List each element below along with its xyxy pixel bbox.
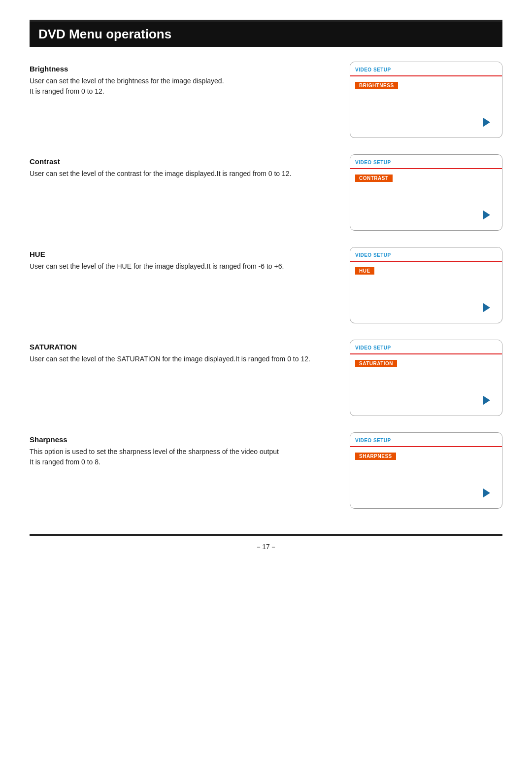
section-desc-saturation: User can set the level of the SATURATION… — [30, 354, 335, 364]
section-row-contrast: ContrastUser can set the level of the co… — [30, 154, 502, 238]
section-text-hue: HUEUser can set the level of the HUE for… — [30, 247, 350, 272]
bottom-border — [30, 534, 502, 536]
section-title-sharpness: Sharpness — [30, 435, 335, 444]
menu-body-saturation: SATURATION — [350, 354, 502, 416]
menu-header-label-sharpness: VIDEO SETUP — [355, 438, 391, 443]
section-row-brightness: BrightnessUser can set the level of the … — [30, 62, 502, 145]
menu-header-contrast: VIDEO SETUP — [350, 155, 502, 169]
arrow-icon-saturation — [483, 396, 490, 405]
menu-header-label-contrast: VIDEO SETUP — [355, 160, 391, 165]
menu-header-label-hue: VIDEO SETUP — [355, 252, 391, 258]
section-row-sharpness: SharpnessThis option is used to set the … — [30, 432, 502, 516]
menu-label-sharpness: SHARPNESS — [355, 453, 396, 460]
menu-body-sharpness: SHARPNESS — [350, 447, 502, 508]
menu-preview-saturation: VIDEO SETUPSATURATION — [350, 340, 502, 416]
menu-body-brightness: BRIGHTNESS — [350, 76, 502, 138]
section-title-hue: HUE — [30, 250, 335, 258]
page-title-text: DVD Menu operations — [38, 27, 171, 41]
section-text-contrast: ContrastUser can set the level of the co… — [30, 154, 350, 179]
menu-header-saturation: VIDEO SETUP — [350, 340, 502, 354]
page-title: DVD Menu operations — [30, 22, 502, 47]
section-text-brightness: BrightnessUser can set the level of the … — [30, 62, 350, 97]
section-text-sharpness: SharpnessThis option is used to set the … — [30, 432, 350, 467]
arrow-icon-hue — [483, 303, 490, 312]
arrow-icon-brightness — [483, 118, 490, 127]
menu-preview-contrast: VIDEO SETUPCONTRAST — [350, 154, 502, 231]
menu-header-label-brightness: VIDEO SETUP — [355, 67, 391, 72]
menu-body-hue: HUE — [350, 262, 502, 323]
section-desc-hue: User can set the level of the HUE for th… — [30, 261, 335, 272]
section-text-saturation: SATURATIONUser can set the level of the … — [30, 340, 350, 364]
menu-label-contrast: CONTRAST — [355, 175, 393, 182]
menu-header-brightness: VIDEO SETUP — [350, 62, 502, 76]
menu-label-saturation: SATURATION — [355, 360, 397, 367]
menu-preview-sharpness: VIDEO SETUPSHARPNESS — [350, 432, 502, 509]
section-title-saturation: SATURATION — [30, 343, 335, 351]
menu-header-label-saturation: VIDEO SETUP — [355, 345, 391, 350]
menu-label-hue: HUE — [355, 267, 374, 275]
section-desc-contrast: User can set the level of the contrast f… — [30, 169, 335, 179]
menu-preview-hue: VIDEO SETUPHUE — [350, 247, 502, 323]
section-desc-brightness: User can set the level of the brightness… — [30, 76, 335, 97]
menu-preview-brightness: VIDEO SETUPBRIGHTNESS — [350, 62, 502, 138]
section-row-hue: HUEUser can set the level of the HUE for… — [30, 247, 502, 331]
section-desc-sharpness: This option is used to set the sharpness… — [30, 447, 335, 467]
content-area: BrightnessUser can set the level of the … — [30, 62, 502, 525]
menu-label-brightness: BRIGHTNESS — [355, 82, 398, 89]
section-title-brightness: Brightness — [30, 65, 335, 73]
menu-header-hue: VIDEO SETUP — [350, 247, 502, 262]
section-title-contrast: Contrast — [30, 157, 335, 166]
page-number: －17－ — [30, 543, 502, 552]
menu-header-sharpness: VIDEO SETUP — [350, 433, 502, 447]
arrow-icon-sharpness — [483, 489, 490, 497]
menu-body-contrast: CONTRAST — [350, 169, 502, 230]
arrow-icon-contrast — [483, 210, 490, 219]
section-row-saturation: SATURATIONUser can set the level of the … — [30, 340, 502, 423]
